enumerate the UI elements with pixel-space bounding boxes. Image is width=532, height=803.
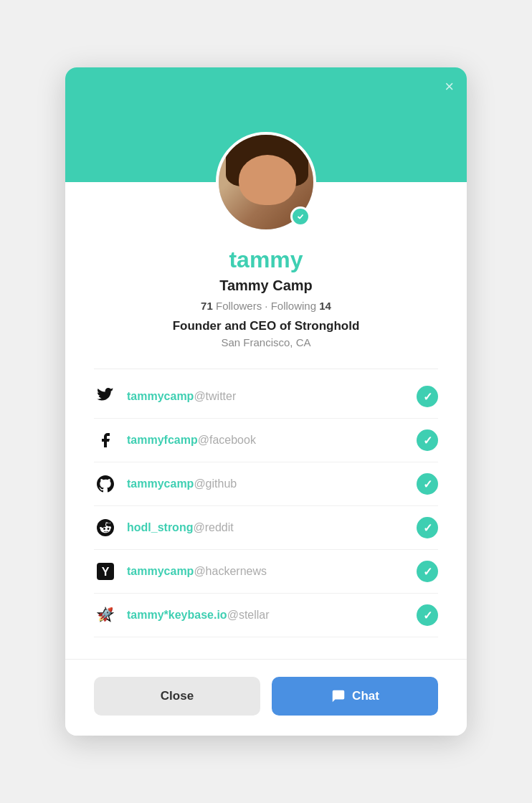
followers-count: 71 [201,300,213,312]
svg-text:Y: Y [102,566,110,578]
twitter-icon [94,385,117,408]
github-verified-badge [417,473,438,495]
social-item-reddit[interactable]: hodl_strong@reddit [94,506,438,550]
facebook-verified-badge [417,429,438,451]
full-name: Tammy Camp [94,277,438,294]
chat-icon [331,688,346,704]
bio: Founder and CEO of Stronghold [94,319,438,333]
svg-point-0 [296,212,305,221]
followers-label: Followers [216,300,262,312]
facebook-icon [94,429,117,452]
reddit-handle: hodl_strong@reddit [127,521,417,534]
hackernews-icon: Y [94,560,117,583]
chat-label: Chat [352,689,379,703]
twitter-verified-badge [417,386,438,407]
modal-header: × [65,67,467,182]
social-item-hackernews[interactable]: Y tammycamp@hackernews [94,550,438,594]
modal-body: tammy Tammy Camp 71 Followers · Followin… [65,182,467,659]
reddit-verified-badge [417,517,438,538]
modal-footer: Close Chat [65,659,467,736]
chat-button[interactable]: Chat [272,677,438,716]
avatar-wrapper [216,132,316,232]
hackernews-verified-badge [417,561,438,582]
stellar-verified-badge [417,604,438,626]
social-list: tammycamp@twitter tammyfcamp@facebook [94,369,438,637]
online-badge [290,206,310,227]
svg-text:🚀: 🚀 [98,607,114,622]
social-item-stellar[interactable]: 🚀 tammy*keybase.io@stellar [94,594,438,637]
facebook-handle: tammyfcamp@facebook [127,434,417,447]
reddit-icon [94,516,117,539]
social-item-facebook[interactable]: tammyfcamp@facebook [94,419,438,462]
following-count: 14 [319,300,331,312]
stellar-handle: tammy*keybase.io@stellar [127,609,417,622]
stellar-icon: 🚀 [94,604,117,627]
location: San Francisco, CA [94,336,438,348]
social-item-github[interactable]: tammycamp@github [94,462,438,506]
close-icon[interactable]: × [445,79,454,95]
close-button[interactable]: Close [94,677,260,716]
social-item-twitter[interactable]: tammycamp@twitter [94,375,438,419]
stats-separator: · Following [265,300,319,312]
username: tammy [94,247,438,273]
github-handle: tammycamp@github [127,477,417,490]
twitter-handle: tammycamp@twitter [127,390,417,403]
stats: 71 Followers · Following 14 [94,300,438,312]
profile-modal: × tammy Tammy Camp 71 Followers · Follow… [65,67,467,736]
github-icon [94,472,117,495]
hackernews-handle: tammycamp@hackernews [127,565,417,578]
